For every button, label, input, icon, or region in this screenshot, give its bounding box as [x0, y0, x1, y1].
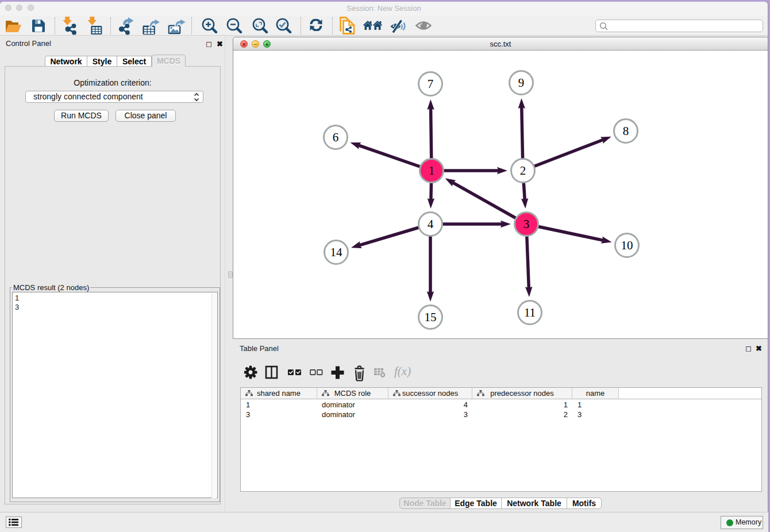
- svg-text:2: 2: [520, 164, 526, 178]
- svg-text:6: 6: [333, 130, 339, 144]
- svg-text:1: 1: [429, 164, 435, 178]
- svg-text:11: 11: [524, 306, 536, 319]
- svg-text:8: 8: [623, 124, 629, 138]
- svg-text:9: 9: [518, 76, 525, 90]
- svg-text:4: 4: [428, 217, 434, 231]
- svg-text:15: 15: [425, 310, 437, 324]
- svg-text:10: 10: [621, 238, 633, 252]
- svg-text:14: 14: [330, 245, 343, 259]
- svg-text:7: 7: [428, 77, 434, 91]
- svg-text:3: 3: [523, 217, 530, 231]
